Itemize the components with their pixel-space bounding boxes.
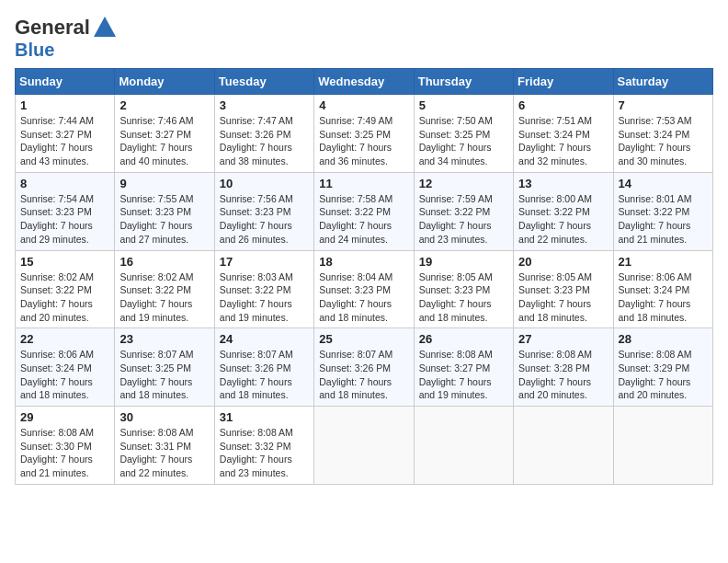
day-info: Sunrise: 8:07 AM Sunset: 3:25 PM Dayligh…	[119, 348, 209, 402]
day-cell: 19 Sunrise: 8:05 AM Sunset: 3:23 PM Dayl…	[414, 250, 513, 328]
day-cell: 6 Sunrise: 7:51 AM Sunset: 3:24 PM Dayli…	[514, 95, 613, 173]
sunrise-text: Sunrise: 8:02 AM	[20, 270, 109, 284]
sunset-text: Sunset: 3:31 PM	[119, 440, 209, 454]
daylight-text: Daylight: 7 hours and 32 minutes.	[518, 141, 608, 167]
day-cell: 11 Sunrise: 7:58 AM Sunset: 3:22 PM Dayl…	[314, 172, 414, 250]
day-number: 2	[119, 98, 209, 112]
day-info: Sunrise: 7:50 AM Sunset: 3:25 PM Dayligh…	[419, 114, 508, 168]
sunrise-text: Sunrise: 7:56 AM	[220, 192, 309, 206]
sunset-text: Sunset: 3:25 PM	[319, 128, 408, 142]
daylight-text: Daylight: 7 hours and 30 minutes.	[619, 141, 708, 167]
sunset-text: Sunset: 3:30 PM	[20, 440, 109, 454]
daylight-text: Daylight: 7 hours and 36 minutes.	[319, 141, 408, 167]
logo-general: General	[15, 17, 90, 38]
day-cell: 5 Sunrise: 7:50 AM Sunset: 3:25 PM Dayli…	[414, 95, 513, 173]
day-cell	[314, 407, 414, 485]
day-info: Sunrise: 8:08 AM Sunset: 3:28 PM Dayligh…	[518, 348, 608, 402]
day-cell: 24 Sunrise: 8:07 AM Sunset: 3:26 PM Dayl…	[214, 328, 313, 407]
day-cell: 15 Sunrise: 8:02 AM Sunset: 3:22 PM Dayl…	[16, 250, 115, 328]
sunrise-text: Sunrise: 8:08 AM	[119, 426, 209, 440]
daylight-text: Daylight: 7 hours and 18 minutes.	[220, 375, 309, 402]
day-info: Sunrise: 7:58 AM Sunset: 3:22 PM Dayligh…	[319, 192, 408, 247]
day-number: 27	[518, 332, 608, 346]
logo-blue: Blue	[15, 40, 54, 59]
day-cell: 3 Sunrise: 7:47 AM Sunset: 3:26 PM Dayli…	[214, 95, 313, 173]
column-header-friday: Friday	[514, 69, 613, 95]
day-number: 15	[20, 255, 109, 269]
sunrise-text: Sunrise: 8:08 AM	[518, 348, 608, 362]
day-number: 14	[619, 177, 708, 190]
day-number: 10	[220, 177, 309, 190]
day-cell: 1 Sunrise: 7:44 AM Sunset: 3:27 PM Dayli…	[16, 95, 115, 173]
day-number: 6	[518, 98, 608, 112]
day-cell: 2 Sunrise: 7:46 AM Sunset: 3:27 PM Dayli…	[115, 95, 214, 173]
daylight-text: Daylight: 7 hours and 29 minutes.	[20, 219, 109, 246]
day-cell: 16 Sunrise: 8:02 AM Sunset: 3:22 PM Dayl…	[115, 250, 214, 328]
day-cell: 22 Sunrise: 8:06 AM Sunset: 3:24 PM Dayl…	[16, 328, 115, 407]
day-cell: 18 Sunrise: 8:04 AM Sunset: 3:23 PM Dayl…	[314, 250, 414, 328]
day-number: 18	[319, 255, 408, 269]
calendar-body: 1 Sunrise: 7:44 AM Sunset: 3:27 PM Dayli…	[16, 95, 713, 485]
sunset-text: Sunset: 3:22 PM	[119, 283, 209, 297]
daylight-text: Daylight: 7 hours and 19 minutes.	[119, 297, 209, 324]
day-cell: 14 Sunrise: 8:01 AM Sunset: 3:22 PM Dayl…	[613, 172, 712, 250]
day-number: 3	[220, 98, 309, 112]
day-cell: 13 Sunrise: 8:00 AM Sunset: 3:22 PM Dayl…	[514, 172, 613, 250]
day-info: Sunrise: 8:08 AM Sunset: 3:30 PM Dayligh…	[20, 426, 109, 480]
day-number: 16	[119, 255, 209, 269]
sunset-text: Sunset: 3:32 PM	[220, 440, 309, 454]
sunset-text: Sunset: 3:24 PM	[619, 128, 708, 142]
daylight-text: Daylight: 7 hours and 22 minutes.	[119, 453, 209, 479]
day-number: 31	[220, 410, 309, 424]
daylight-text: Daylight: 7 hours and 19 minutes.	[419, 375, 508, 402]
sunset-text: Sunset: 3:27 PM	[419, 362, 508, 375]
day-cell: 4 Sunrise: 7:49 AM Sunset: 3:25 PM Dayli…	[314, 95, 414, 173]
daylight-text: Daylight: 7 hours and 21 minutes.	[619, 219, 708, 246]
sunset-text: Sunset: 3:23 PM	[518, 283, 608, 297]
day-cell: 7 Sunrise: 7:53 AM Sunset: 3:24 PM Dayli…	[613, 95, 712, 173]
daylight-text: Daylight: 7 hours and 34 minutes.	[419, 141, 508, 167]
sunset-text: Sunset: 3:24 PM	[518, 128, 608, 142]
sunrise-text: Sunrise: 8:05 AM	[518, 270, 608, 284]
sunset-text: Sunset: 3:23 PM	[419, 283, 508, 297]
day-number: 9	[119, 177, 209, 190]
column-header-sunday: Sunday	[16, 69, 115, 95]
day-info: Sunrise: 8:00 AM Sunset: 3:22 PM Dayligh…	[518, 192, 608, 247]
daylight-text: Daylight: 7 hours and 18 minutes.	[518, 297, 608, 324]
sunset-text: Sunset: 3:28 PM	[518, 362, 608, 375]
page-header: General Blue	[15, 15, 713, 59]
sunset-text: Sunset: 3:23 PM	[319, 283, 408, 297]
day-info: Sunrise: 8:03 AM Sunset: 3:22 PM Dayligh…	[220, 270, 309, 325]
day-info: Sunrise: 8:07 AM Sunset: 3:26 PM Dayligh…	[220, 348, 309, 402]
sunset-text: Sunset: 3:27 PM	[20, 128, 109, 142]
day-cell	[414, 407, 513, 485]
day-info: Sunrise: 7:54 AM Sunset: 3:23 PM Dayligh…	[20, 192, 109, 247]
logo: General Blue	[15, 15, 118, 59]
day-info: Sunrise: 7:47 AM Sunset: 3:26 PM Dayligh…	[220, 114, 309, 168]
daylight-text: Daylight: 7 hours and 20 minutes.	[518, 375, 608, 402]
column-header-wednesday: Wednesday	[314, 69, 414, 95]
daylight-text: Daylight: 7 hours and 20 minutes.	[619, 375, 708, 402]
sunrise-text: Sunrise: 7:58 AM	[319, 192, 408, 206]
day-number: 11	[319, 177, 408, 190]
day-info: Sunrise: 7:56 AM Sunset: 3:23 PM Dayligh…	[220, 192, 309, 247]
daylight-text: Daylight: 7 hours and 21 minutes.	[20, 453, 109, 479]
week-row-1: 1 Sunrise: 7:44 AM Sunset: 3:27 PM Dayli…	[16, 95, 713, 173]
day-info: Sunrise: 8:08 AM Sunset: 3:31 PM Dayligh…	[119, 426, 209, 480]
day-info: Sunrise: 8:05 AM Sunset: 3:23 PM Dayligh…	[518, 270, 608, 325]
daylight-text: Daylight: 7 hours and 18 minutes.	[619, 297, 708, 324]
sunrise-text: Sunrise: 8:03 AM	[220, 270, 309, 284]
sunrise-text: Sunrise: 8:06 AM	[619, 270, 708, 284]
sunset-text: Sunset: 3:22 PM	[619, 205, 708, 219]
sunset-text: Sunset: 3:22 PM	[518, 205, 608, 219]
sunset-text: Sunset: 3:26 PM	[220, 362, 309, 375]
day-number: 12	[419, 177, 508, 190]
sunset-text: Sunset: 3:24 PM	[619, 283, 708, 297]
daylight-text: Daylight: 7 hours and 18 minutes.	[319, 297, 408, 324]
daylight-text: Daylight: 7 hours and 26 minutes.	[220, 219, 309, 246]
sunset-text: Sunset: 3:23 PM	[119, 205, 209, 219]
day-number: 28	[619, 332, 708, 346]
day-number: 1	[20, 98, 109, 112]
day-cell: 10 Sunrise: 7:56 AM Sunset: 3:23 PM Dayl…	[214, 172, 313, 250]
day-cell: 27 Sunrise: 8:08 AM Sunset: 3:28 PM Dayl…	[514, 328, 613, 407]
